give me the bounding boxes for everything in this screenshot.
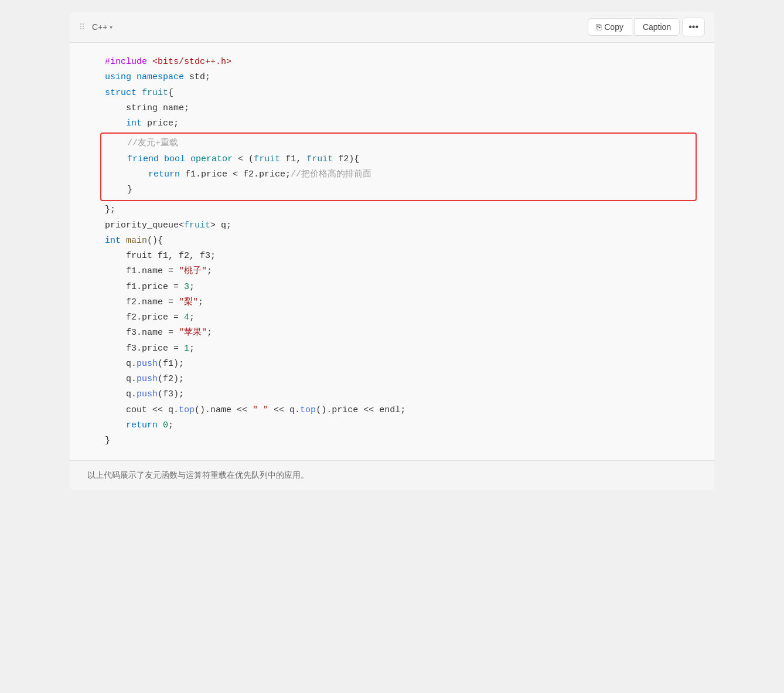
code-line: return 0; [105,418,697,433]
toolbar-left: ⠿ C++ ▾ [79,21,116,33]
code-line: fruit f1, f2, f3; [105,249,697,264]
language-label: C++ [92,22,107,32]
highlighted-region: //友元+重载 friend bool operator < (fruit f1… [100,133,697,201]
code-line: q.push(f1); [105,356,697,372]
code-line: f3.price = 1; [105,341,697,356]
language-selector[interactable]: C++ ▾ [88,21,116,33]
code-line: f3.name = "苹果"; [105,325,697,341]
code-line: friend bool operator < (fruit f1, fruit … [106,152,691,167]
drag-handle-icon[interactable]: ⠿ [79,22,85,32]
more-options-button[interactable]: ••• [682,18,705,36]
code-line: f2.price = 4; [105,310,697,325]
code-line: using namespace std; [105,70,697,85]
code-line: }; [105,202,697,218]
code-line: priority_queue<fruit> q; [105,218,697,233]
copy-icon: ⎘ [596,22,601,32]
code-line: q.push(f3); [105,387,697,402]
toolbar-right: ⎘ Copy Caption ••• [588,18,705,36]
footer-description: 以上代码展示了友元函数与运算符重载在优先队列中的应用。 [87,470,309,480]
code-block-container: ⠿ C++ ▾ ⎘ Copy Caption ••• #include <bit… [70,12,714,490]
code-line: string name; [105,101,697,116]
code-line: struct fruit{ [105,86,697,101]
more-icon: ••• [688,22,698,32]
code-line: //友元+重载 [106,136,691,151]
chevron-down-icon: ▾ [110,24,113,30]
code-line: } [105,433,697,449]
toolbar: ⠿ C++ ▾ ⎘ Copy Caption ••• [70,12,714,43]
code-line: f1.name = "桃子"; [105,264,697,279]
copy-label: Copy [604,22,623,32]
caption-label: Caption [643,22,671,32]
code-line: #include <bits/stdc++.h> [105,55,697,70]
code-line: int price; [105,116,697,131]
copy-button[interactable]: ⎘ Copy [588,18,632,36]
footer-text: 以上代码展示了友元函数与运算符重载在优先队列中的应用。 [70,460,714,490]
code-line: q.push(f2); [105,372,697,387]
code-editor: #include <bits/stdc++.h> using namespace… [70,43,714,460]
code-line: int main(){ [105,233,697,249]
code-line: } [106,182,691,198]
code-line: cout << q.top().name << " " << q.top().p… [105,403,697,418]
caption-button[interactable]: Caption [634,18,680,36]
code-line: f2.name = "梨"; [105,295,697,310]
code-line: f1.price = 3; [105,280,697,295]
code-line: return f1.price < f2.price;//把价格高的排前面 [106,167,691,182]
